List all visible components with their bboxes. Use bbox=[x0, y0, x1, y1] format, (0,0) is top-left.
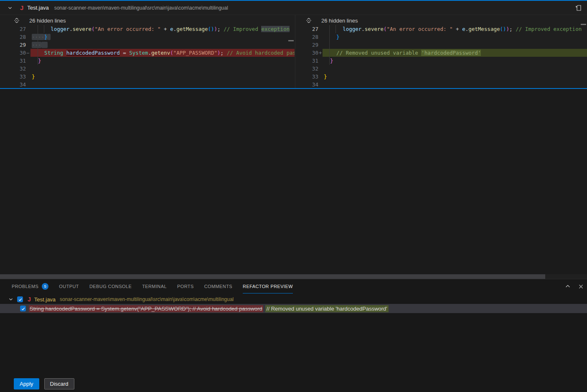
code-token: . bbox=[361, 26, 365, 32]
chevron-down-icon[interactable] bbox=[8, 296, 14, 303]
apply-button[interactable]: Apply bbox=[14, 378, 39, 389]
code-token: logger bbox=[343, 26, 361, 32]
code-token: e bbox=[170, 26, 173, 32]
line-number[interactable]: 29 bbox=[295, 41, 318, 49]
line-number[interactable]: 31 bbox=[0, 57, 26, 65]
maximize-panel-icon[interactable] bbox=[564, 283, 572, 290]
line-number[interactable]: 27 bbox=[295, 25, 318, 33]
hidden-lines-row[interactable]: 26 hidden lines bbox=[295, 16, 587, 25]
code-token: getMessage bbox=[468, 26, 500, 32]
horizontal-scrollbar-thumb[interactable] bbox=[0, 274, 545, 279]
panel-tab-label: TERMINAL bbox=[142, 284, 167, 289]
panel-tab-debug-console[interactable]: DEBUG CONSOLE bbox=[89, 279, 132, 293]
panel-tab-output[interactable]: OUTPUT bbox=[59, 279, 79, 293]
editor-empty-area bbox=[0, 89, 587, 274]
code-content: } bbox=[32, 73, 295, 81]
code-content bbox=[324, 65, 587, 73]
code-line[interactable]: 33} bbox=[295, 73, 587, 81]
open-file-icon[interactable] bbox=[575, 5, 582, 11]
code-line[interactable]: 29 bbox=[295, 41, 587, 49]
code-token: } bbox=[336, 34, 340, 40]
diff-editor-header: J Test.java sonar-scanner-maven\maven-mu… bbox=[0, 1, 587, 15]
diff-line-marker bbox=[26, 41, 32, 49]
discard-button[interactable]: Discard bbox=[44, 378, 74, 389]
line-number[interactable]: 32 bbox=[0, 65, 26, 73]
code-token: ) bbox=[217, 50, 221, 56]
diff-line-marker bbox=[318, 57, 324, 65]
code-token: // Removed unused variable bbox=[336, 50, 421, 56]
code-line[interactable]: 33} bbox=[0, 73, 295, 81]
panel-tab-problems[interactable]: PROBLEMS5 bbox=[12, 279, 48, 293]
tree-row-change[interactable]: String hardcodedPassword = System.getenv… bbox=[0, 304, 587, 313]
hidden-lines-label: 26 hidden lines bbox=[29, 18, 66, 24]
code-token: String bbox=[44, 50, 63, 56]
code-token: e bbox=[462, 26, 465, 32]
indent-guide bbox=[329, 25, 330, 65]
code-token bbox=[48, 34, 51, 40]
code-content: ····} bbox=[32, 33, 295, 41]
code-token: () bbox=[500, 26, 506, 32]
code-line[interactable]: 28····} bbox=[0, 33, 295, 41]
code-line[interactable]: 32 bbox=[295, 65, 587, 73]
line-number[interactable]: 31 bbox=[295, 57, 318, 65]
panel-tab-comments[interactable]: COMMENTS bbox=[204, 279, 232, 293]
java-file-icon: J bbox=[28, 296, 31, 303]
horizontal-scrollbar bbox=[0, 274, 587, 279]
line-number[interactable]: 28 bbox=[295, 33, 318, 41]
panel-tab-bar: PROBLEMS5OUTPUTDEBUG CONSOLETERMINALPORT… bbox=[0, 279, 562, 293]
diff-line-marker: − bbox=[26, 49, 32, 57]
indent-guide bbox=[38, 25, 38, 65]
panel-actions bbox=[564, 279, 584, 293]
panel-tab-terminal[interactable]: TERMINAL bbox=[142, 279, 167, 293]
code-token: getMessage bbox=[176, 26, 208, 32]
code-line[interactable]: 31 } bbox=[295, 57, 587, 65]
change-checkbox[interactable] bbox=[20, 306, 26, 311]
code-token: ) bbox=[506, 26, 510, 32]
diff-line-marker bbox=[26, 65, 32, 73]
line-number[interactable]: 32 bbox=[295, 65, 318, 73]
code-line[interactable]: 31 } bbox=[0, 57, 295, 65]
line-number[interactable]: 29 bbox=[0, 41, 26, 49]
unfold-icon[interactable] bbox=[13, 17, 20, 24]
code-line[interactable]: 34 bbox=[295, 81, 587, 89]
panel-tab-refactor-preview[interactable]: REFACTOR PREVIEW bbox=[243, 279, 293, 293]
code-token: } bbox=[324, 73, 327, 80]
diff-line-marker bbox=[318, 25, 324, 33]
unfold-icon[interactable] bbox=[305, 17, 312, 24]
code-line[interactable]: 29··· bbox=[0, 41, 295, 49]
line-number[interactable]: 28 bbox=[0, 33, 26, 41]
code-line[interactable]: 30+ // Removed unused variable 'hardcode… bbox=[295, 49, 587, 57]
close-panel-icon[interactable] bbox=[577, 283, 584, 290]
line-number[interactable]: 27 bbox=[0, 25, 26, 33]
code-token: severe bbox=[73, 26, 91, 32]
chevron-down-icon[interactable] bbox=[7, 5, 13, 11]
code-token: } bbox=[32, 73, 35, 80]
code-token: } bbox=[38, 58, 41, 64]
line-number[interactable]: 33 bbox=[0, 73, 26, 81]
line-number[interactable]: 34 bbox=[295, 81, 318, 89]
panel-tab-ports[interactable]: PORTS bbox=[177, 279, 194, 293]
line-number[interactable]: 33 bbox=[295, 73, 318, 81]
problems-count-badge: 5 bbox=[42, 283, 48, 290]
panel-tab-label: PORTS bbox=[177, 284, 194, 289]
code-content: // Removed unused variable 'hardcodedPas… bbox=[324, 49, 587, 57]
code-line[interactable]: 27 logger.severe("An error occurred: " +… bbox=[295, 25, 587, 33]
diff-line-marker: + bbox=[318, 49, 324, 57]
indent-guide bbox=[44, 25, 44, 33]
code-token: ···· bbox=[32, 34, 44, 40]
code-line[interactable]: 28 } bbox=[295, 33, 587, 41]
panel-tab-label: COMMENTS bbox=[204, 284, 232, 289]
code-token: () bbox=[208, 26, 214, 32]
file-checkbox[interactable] bbox=[17, 296, 23, 302]
line-number[interactable]: 34 bbox=[0, 81, 26, 89]
code-line[interactable]: 32 bbox=[0, 65, 295, 73]
code-line[interactable]: 30− String hardcodedPassword = System.ge… bbox=[0, 49, 295, 57]
code-token: . bbox=[148, 50, 151, 56]
tree-file-path: sonar-scanner-maven\maven-multilingual\s… bbox=[60, 296, 234, 302]
hidden-lines-row[interactable]: 26 hidden lines bbox=[0, 16, 295, 25]
line-number[interactable]: 30 bbox=[295, 49, 318, 57]
tree-row-file[interactable]: J Test.java sonar-scanner-maven\maven-mu… bbox=[0, 295, 587, 304]
line-number[interactable]: 30 bbox=[0, 49, 26, 57]
bottom-panel: PROBLEMS5OUTPUTDEBUG CONSOLETERMINALPORT… bbox=[0, 279, 587, 392]
code-line[interactable]: 34 bbox=[0, 81, 295, 89]
